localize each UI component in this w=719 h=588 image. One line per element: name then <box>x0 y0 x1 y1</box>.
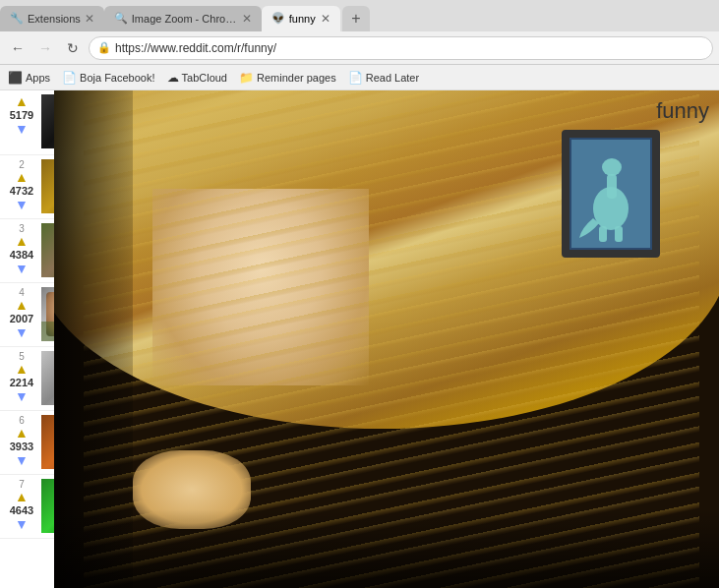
photo-background: funny <box>54 90 719 588</box>
tab-favicon-extensions: 🔧 <box>10 12 24 26</box>
bookmark-apps-label: Apps <box>26 72 50 84</box>
post-rank-vote-2: 2 ▲ 4732 ▼ <box>2 159 41 211</box>
bookmark-readlater[interactable]: 📄 Read Later <box>348 71 419 85</box>
tab-label-image-zoom: Image Zoom - Chrome w... <box>132 13 238 25</box>
tab-image-zoom[interactable]: 🔍 Image Zoom - Chrome w... ✕ <box>104 6 262 31</box>
lock-icon: 🔒 <box>97 41 111 54</box>
bookmark-reminder-label: Reminder pages <box>257 72 336 84</box>
tab-close-funny[interactable]: ✕ <box>321 12 330 26</box>
tab-label-funny: funny <box>289 13 317 25</box>
vote-count-1: 5179 <box>10 108 33 122</box>
downvote-1[interactable]: ▼ <box>15 122 29 136</box>
post-rank-vote-4: 4 ▲ 2007 ▼ <box>2 287 41 339</box>
tab-close-image-zoom[interactable]: ✕ <box>242 12 252 26</box>
post-rank-vote-1: ▲ 5179 ▼ <box>2 94 41 136</box>
downvote-7[interactable]: ▼ <box>15 517 29 531</box>
address-bar[interactable]: 🔒 https://www.reddit.com/r/funny/ <box>89 36 713 60</box>
wall-picture-frame <box>562 130 660 258</box>
subreddit-label: funny <box>656 98 709 124</box>
downvote-6[interactable]: ▼ <box>15 453 29 467</box>
readlater-icon: 📄 <box>348 71 363 85</box>
bookmark-readlater-label: Read Later <box>366 72 419 84</box>
post-rank-vote-7: 7 ▲ 4643 ▼ <box>2 479 41 531</box>
vote-count-5: 2214 <box>10 376 33 389</box>
new-tab-button[interactable]: + <box>342 6 370 31</box>
nav-bar: ← → ↻ 🔒 https://www.reddit.com/r/funny/ <box>0 31 719 65</box>
tab-favicon-funny: 👽 <box>271 12 285 26</box>
vote-count-3: 4384 <box>10 248 33 262</box>
boja-icon: 📄 <box>62 71 77 85</box>
back-button[interactable]: ← <box>6 36 30 60</box>
svg-rect-5 <box>615 226 623 242</box>
forward-button[interactable]: → <box>33 36 57 60</box>
page-content: ▲ 5179 ▼ objavljeno prije 7 sati, korisn… <box>0 90 719 588</box>
upvote-2[interactable]: ▲ <box>15 170 29 184</box>
wall-picture-animal-svg <box>571 140 650 248</box>
upvote-3[interactable]: ▲ <box>15 234 29 248</box>
upvote-7[interactable]: ▲ <box>15 490 29 503</box>
bookmark-tabcloud-label: TabCloud <box>182 72 227 84</box>
downvote-2[interactable]: ▼ <box>15 198 29 211</box>
tab-label-extensions: Extensions <box>28 13 81 25</box>
post-rank-vote-5: 5 ▲ 2214 ▼ <box>2 351 41 403</box>
bookmark-tabcloud[interactable]: ☁ TabCloud <box>167 71 227 85</box>
bookmark-apps[interactable]: ⬛ Apps <box>8 71 50 85</box>
upvote-5[interactable]: ▲ <box>15 362 29 376</box>
tab-close-extensions[interactable]: ✕ <box>85 12 94 26</box>
tab-favicon-image-zoom: 🔍 <box>114 12 128 26</box>
downvote-5[interactable]: ▼ <box>15 389 29 403</box>
tab-extensions[interactable]: 🔧 Extensions ✕ <box>0 6 104 31</box>
bookmark-reminder[interactable]: 📁 Reminder pages <box>239 71 336 85</box>
tabcloud-icon: ☁ <box>167 71 179 85</box>
post-rank-vote-3: 3 ▲ 4384 ▼ <box>2 223 41 275</box>
svg-rect-2 <box>607 174 617 199</box>
vote-count-7: 4643 <box>10 503 33 517</box>
reminder-icon: 📁 <box>239 71 254 85</box>
vote-count-4: 2007 <box>10 312 33 325</box>
upvote-1[interactable]: ▲ <box>15 94 29 108</box>
svg-rect-4 <box>599 226 607 242</box>
vote-count-6: 3933 <box>10 440 33 453</box>
apps-icon: ⬛ <box>8 71 23 85</box>
tab-bar: 🔧 Extensions ✕ 🔍 Image Zoom - Chrome w..… <box>0 0 719 31</box>
bottom-shadow <box>54 509 719 588</box>
downvote-3[interactable]: ▼ <box>15 262 29 275</box>
bookmark-boja[interactable]: 📄 Boja Facebook! <box>62 71 154 85</box>
tab-funny[interactable]: 👽 funny ✕ <box>262 6 340 31</box>
bookmark-boja-label: Boja Facebook! <box>80 72 154 84</box>
zoomed-image-overlay: funny <box>54 90 719 588</box>
browser-frame: 🔧 Extensions ✕ 🔍 Image Zoom - Chrome w..… <box>0 0 719 588</box>
upvote-4[interactable]: ▲ <box>15 298 29 312</box>
svg-point-3 <box>602 158 622 176</box>
bookmarks-bar: ⬛ Apps 📄 Boja Facebook! ☁ TabCloud 📁 Rem… <box>0 65 719 90</box>
upvote-6[interactable]: ▲ <box>15 426 29 440</box>
reload-button[interactable]: ↻ <box>61 36 85 60</box>
downvote-4[interactable]: ▼ <box>15 325 29 339</box>
post-rank-vote-6: 6 ▲ 3933 ▼ <box>2 415 41 467</box>
url-text: https://www.reddit.com/r/funny/ <box>115 41 276 55</box>
vote-count-2: 4732 <box>10 184 33 198</box>
